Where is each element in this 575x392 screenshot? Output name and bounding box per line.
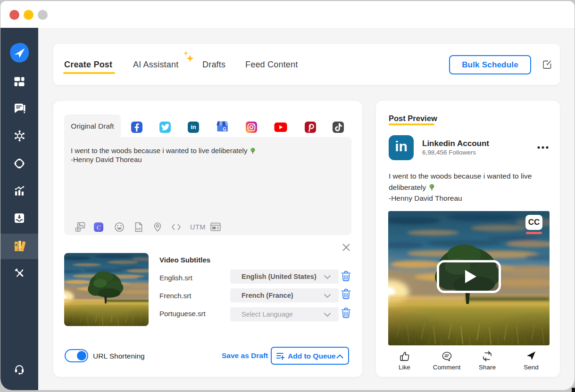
svg-text:GIF: GIF [136, 228, 141, 230]
svg-text:G: G [223, 127, 226, 132]
svg-text:C: C [97, 224, 101, 231]
